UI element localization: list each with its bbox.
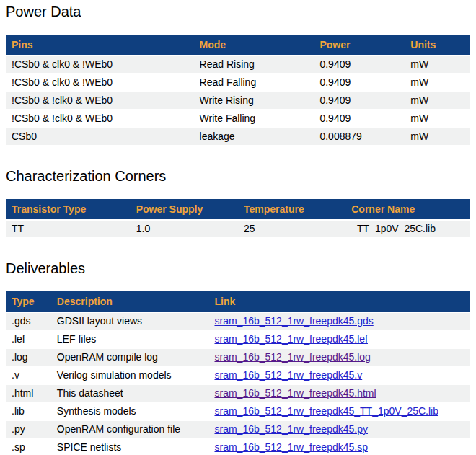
table-cell: 0.9409 xyxy=(314,110,405,127)
file-link-cell: sram_16b_512_1rw_freepdk45.py xyxy=(208,421,470,438)
file-description-cell: OpenRAM configuration file xyxy=(51,421,209,438)
file-description-cell: Synthesis models xyxy=(51,403,209,420)
file-link[interactable]: sram_16b_512_1rw_freepdk45_TT_1p0V_25C.l… xyxy=(214,405,438,417)
column-header-transistor-type: Transistor Type xyxy=(6,199,131,219)
table-cell: !CSb0 & !clk0 & WEb0 xyxy=(6,110,194,127)
file-link[interactable]: sram_16b_512_1rw_freepdk45.sp xyxy=(214,441,367,453)
characterization-corners-title: Characterization Corners xyxy=(6,168,470,185)
characterization-corners-body: TT1.025_TT_1p0V_25C.lib xyxy=(6,221,470,237)
file-link[interactable]: sram_16b_512_1rw_freepdk45.html xyxy=(214,387,376,399)
table-cell: TT xyxy=(6,221,131,237)
column-header-link: Link xyxy=(208,291,470,312)
file-type-cell: .lib xyxy=(6,403,51,420)
section-characterization-corners: Characterization Corners Transistor Type… xyxy=(6,168,470,239)
table-row: .libSynthesis modelssram_16b_512_1rw_fre… xyxy=(6,403,470,420)
datasheet-page: Power Data PinsModePowerUnits !CSb0 & cl… xyxy=(6,4,470,455)
column-header-units: Units xyxy=(405,35,470,55)
column-header-mode: Mode xyxy=(194,35,314,55)
table-row: CSb0leakage0.008879mW xyxy=(6,128,470,145)
table-row: TT1.025_TT_1p0V_25C.lib xyxy=(6,221,470,237)
table-row: !CSb0 & clk0 & !WEb0Read Falling0.9409mW xyxy=(6,74,470,91)
table-cell: Read Rising xyxy=(194,56,314,73)
table-cell: 0.9409 xyxy=(314,74,405,91)
table-cell: Write Falling xyxy=(194,110,314,127)
file-description-cell: GDSII layout views xyxy=(51,313,209,330)
table-cell: Read Falling xyxy=(194,74,314,91)
column-header-power: Power xyxy=(314,35,405,55)
file-type-cell: .gds xyxy=(6,313,51,330)
file-description-cell: LEF files xyxy=(51,331,209,348)
table-row: .spSPICE netlistssram_16b_512_1rw_freepd… xyxy=(6,439,470,455)
power-data-title: Power Data xyxy=(6,4,470,20)
file-link-cell: sram_16b_512_1rw_freepdk45.v xyxy=(208,367,470,384)
column-header-power-supply: Power Supply xyxy=(131,199,238,219)
table-row: !CSb0 & !clk0 & WEb0Write Falling0.9409m… xyxy=(6,110,470,127)
table-cell: !CSb0 & !clk0 & WEb0 xyxy=(6,92,194,109)
table-cell: 0.9409 xyxy=(314,92,405,109)
power-data-header-row: PinsModePowerUnits xyxy=(6,35,470,55)
file-description-cell: OpenRAM compile log xyxy=(51,349,209,366)
table-row: .pyOpenRAM configuration filesram_16b_51… xyxy=(6,421,470,438)
file-type-cell: .lef xyxy=(6,331,51,348)
table-cell: mW xyxy=(405,74,470,91)
table-cell: 0.008879 xyxy=(314,128,405,145)
table-cell: 1.0 xyxy=(131,221,238,237)
file-link-cell: sram_16b_512_1rw_freepdk45.html xyxy=(208,385,470,402)
file-type-cell: .log xyxy=(6,349,51,366)
file-type-cell: .sp xyxy=(6,439,51,455)
power-data-body: !CSb0 & clk0 & !WEb0Read Rising0.9409mW!… xyxy=(6,56,470,145)
deliverables-table: TypeDescriptionLink .gdsGDSII layout vie… xyxy=(6,290,470,455)
file-link[interactable]: sram_16b_512_1rw_freepdk45.gds xyxy=(214,315,373,327)
table-row: .htmlThis datasheetsram_16b_512_1rw_free… xyxy=(6,385,470,402)
file-description-cell: SPICE netlists xyxy=(51,439,209,455)
file-description-cell: This datasheet xyxy=(51,385,209,402)
table-cell: !CSb0 & clk0 & !WEb0 xyxy=(6,56,194,73)
table-cell: 25 xyxy=(238,221,345,237)
column-header-type: Type xyxy=(6,291,51,312)
file-link-cell: sram_16b_512_1rw_freepdk45.gds xyxy=(208,313,470,330)
table-cell: Write Rising xyxy=(194,92,314,109)
file-description-cell: Verilog simulation models xyxy=(51,367,209,384)
table-row: .gdsGDSII layout viewssram_16b_512_1rw_f… xyxy=(6,313,470,330)
table-cell: mW xyxy=(405,56,470,73)
table-cell: mW xyxy=(405,110,470,127)
file-type-cell: .v xyxy=(6,367,51,384)
deliverables-header-row: TypeDescriptionLink xyxy=(6,291,470,312)
table-cell: _TT_1p0V_25C.lib xyxy=(345,221,470,237)
file-type-cell: .html xyxy=(6,385,51,402)
file-link-cell: sram_16b_512_1rw_freepdk45.log xyxy=(208,349,470,366)
table-cell: mW xyxy=(405,92,470,109)
table-row: .vVerilog simulation modelssram_16b_512_… xyxy=(6,367,470,384)
deliverables-title: Deliverables xyxy=(6,260,470,277)
file-type-cell: .py xyxy=(6,421,51,438)
column-header-corner-name: Corner Name xyxy=(345,199,470,219)
table-row: !CSb0 & !clk0 & WEb0Write Rising0.9409mW xyxy=(6,92,470,109)
characterization-corners-table: Transistor TypePower SupplyTemperatureCo… xyxy=(6,198,470,239)
column-header-pins: Pins xyxy=(6,35,194,55)
file-link[interactable]: sram_16b_512_1rw_freepdk45.v xyxy=(214,369,362,381)
table-cell: mW xyxy=(405,128,470,145)
table-cell: !CSb0 & clk0 & !WEb0 xyxy=(6,74,194,91)
deliverables-body: .gdsGDSII layout viewssram_16b_512_1rw_f… xyxy=(6,313,470,455)
table-row: !CSb0 & clk0 & !WEb0Read Rising0.9409mW xyxy=(6,56,470,73)
file-link[interactable]: sram_16b_512_1rw_freepdk45.lef xyxy=(214,333,367,345)
table-cell: leakage xyxy=(194,128,314,145)
file-link[interactable]: sram_16b_512_1rw_freepdk45.log xyxy=(214,351,370,363)
table-cell: CSb0 xyxy=(6,128,194,145)
file-link-cell: sram_16b_512_1rw_freepdk45.sp xyxy=(208,439,470,455)
column-header-description: Description xyxy=(51,291,209,312)
characterization-corners-header-row: Transistor TypePower SupplyTemperatureCo… xyxy=(6,199,470,219)
file-link-cell: sram_16b_512_1rw_freepdk45.lef xyxy=(208,331,470,348)
power-data-table: PinsModePowerUnits !CSb0 & clk0 & !WEb0R… xyxy=(6,33,470,146)
table-cell: 0.9409 xyxy=(314,56,405,73)
section-deliverables: Deliverables TypeDescriptionLink .gdsGDS… xyxy=(6,260,470,455)
file-link-cell: sram_16b_512_1rw_freepdk45_TT_1p0V_25C.l… xyxy=(208,403,470,420)
table-row: .lefLEF filessram_16b_512_1rw_freepdk45.… xyxy=(6,331,470,348)
section-power-data: Power Data PinsModePowerUnits !CSb0 & cl… xyxy=(6,4,470,146)
file-link[interactable]: sram_16b_512_1rw_freepdk45.py xyxy=(214,423,367,435)
column-header-temperature: Temperature xyxy=(238,199,345,219)
table-row: .logOpenRAM compile logsram_16b_512_1rw_… xyxy=(6,349,470,366)
